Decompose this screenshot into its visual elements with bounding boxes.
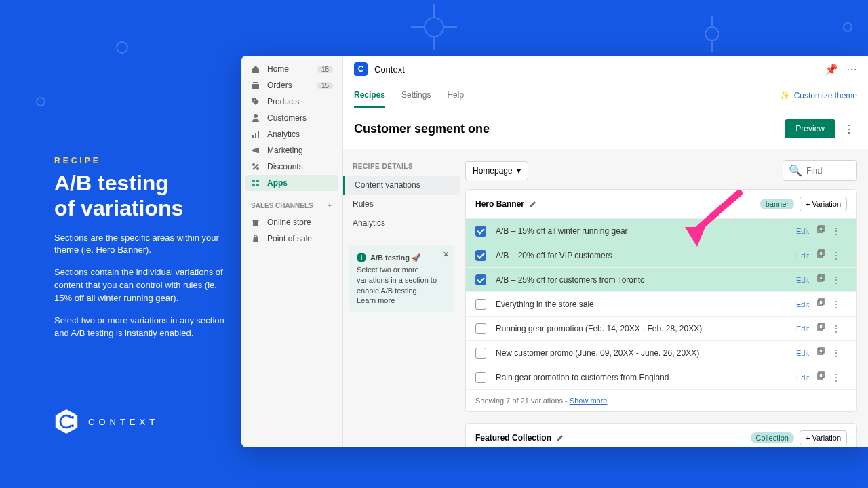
row-more-icon[interactable]: ⋮	[832, 373, 840, 382]
subnav-analytics[interactable]: Analytics	[343, 214, 460, 232]
section-footer: Showing 7 of 21 variations - Show more	[466, 390, 856, 411]
context-app-icon: C	[354, 62, 368, 76]
subnav-rules[interactable]: Rules	[343, 195, 460, 214]
variation-checkbox[interactable]	[475, 348, 486, 359]
copy-icon[interactable]	[816, 298, 825, 310]
nav-item-customers[interactable]: Customers	[241, 110, 342, 126]
content: Homepage ▾ 🔍 Hero Bannerbanner+ Variatio…	[465, 149, 868, 447]
svg-rect-13	[258, 131, 259, 138]
edit-link[interactable]: Edit	[796, 276, 809, 284]
edit-link[interactable]: Edit	[796, 349, 809, 357]
tab-recipes[interactable]: Recipes	[354, 83, 385, 108]
channel-online-store[interactable]: Online store	[241, 214, 342, 230]
edit-link[interactable]: Edit	[796, 251, 809, 260]
page-header: Customer segment one Preview ⋮	[343, 108, 868, 149]
sales-channels-heading: SALES CHANNELS ＋	[241, 191, 342, 214]
section-card: Featured CollectionCollection+ Variation…	[465, 423, 857, 447]
row-more-icon[interactable]: ⋮	[832, 226, 840, 236]
svg-rect-27	[818, 300, 823, 306]
edit-link[interactable]: Edit	[796, 227, 809, 235]
edit-link[interactable]: Edit	[796, 325, 809, 333]
row-more-icon[interactable]: ⋮	[832, 300, 840, 309]
nav-item-analytics[interactable]: Analytics	[241, 126, 342, 142]
svg-rect-26	[819, 274, 824, 280]
edit-link[interactable]: Edit	[796, 300, 809, 308]
hero-title: A/B testing of variations	[54, 171, 231, 221]
nav-item-orders[interactable]: Orders15	[241, 77, 342, 94]
nav-item-marketing[interactable]: Marketing	[241, 142, 342, 159]
copy-icon[interactable]	[816, 274, 825, 285]
row-more-icon[interactable]: ⋮	[832, 348, 840, 358]
nav-badge: 15	[317, 82, 333, 89]
svg-point-3	[844, 23, 852, 31]
page-title: Customer segment one	[354, 122, 490, 136]
subnav-content-variations[interactable]: Content variations	[343, 176, 460, 195]
variation-row: Rain gear promotion to customers from En…	[466, 365, 856, 390]
channel-point-of-sale[interactable]: Point of sale	[241, 230, 342, 247]
preview-button[interactable]: Preview	[785, 119, 835, 138]
svg-rect-31	[818, 349, 823, 354]
search-box[interactable]: 🔍	[783, 160, 857, 181]
add-variation-button[interactable]: + Variation	[800, 430, 847, 445]
tab-help[interactable]: Help	[447, 83, 464, 108]
grid-icon	[251, 178, 260, 188]
copy-icon[interactable]	[816, 225, 825, 237]
svg-point-8	[71, 424, 74, 427]
pencil-icon[interactable]	[555, 432, 565, 444]
add-channel-icon[interactable]: ＋	[326, 201, 333, 210]
copy-icon[interactable]	[816, 323, 825, 334]
variation-checkbox[interactable]	[475, 323, 486, 334]
nav-item-apps[interactable]: Apps	[245, 175, 338, 191]
nav-item-products[interactable]: Products	[241, 94, 342, 110]
chevron-down-icon: ▾	[517, 166, 521, 176]
section-header: Hero Bannerbanner+ Variation	[466, 190, 856, 219]
customize-theme-link[interactable]: ✨ Customize theme	[780, 91, 857, 100]
row-more-icon[interactable]: ⋮	[832, 251, 840, 260]
svg-rect-21	[818, 227, 823, 232]
show-more-link[interactable]: Show more	[570, 396, 608, 405]
pin-icon[interactable]: 📌	[825, 63, 838, 76]
store-icon	[251, 218, 260, 227]
svg-rect-11	[252, 135, 254, 138]
svg-rect-12	[255, 133, 256, 138]
svg-point-5	[37, 98, 45, 106]
bars-icon	[251, 129, 260, 139]
context-logo-icon	[54, 408, 79, 435]
svg-rect-14	[258, 148, 259, 153]
search-icon: 🔍	[789, 164, 802, 177]
section-select[interactable]: Homepage ▾	[465, 161, 528, 180]
row-more-icon[interactable]: ⋮	[832, 324, 840, 333]
variation-checkbox[interactable]	[475, 274, 486, 285]
svg-point-9	[254, 100, 255, 101]
infobox-learn-more-link[interactable]: Learn more	[357, 296, 395, 304]
infobox-close-icon[interactable]: ✕	[443, 250, 449, 259]
topbar: C Context 📌 ⋯	[343, 56, 868, 83]
tab-settings[interactable]: Settings	[401, 83, 431, 108]
content-toolbar: Homepage ▾ 🔍	[465, 160, 857, 181]
ab-testing-infobox: ✕ i A/B testing 🚀 Select two or more var…	[349, 245, 454, 312]
variation-checkbox[interactable]	[475, 372, 486, 383]
variation-checkbox[interactable]	[475, 226, 486, 237]
add-variation-button[interactable]: + Variation	[800, 197, 847, 211]
variation-checkbox[interactable]	[475, 250, 486, 261]
hero-copy: RECIPE A/B testing of variations Section…	[54, 156, 231, 350]
variation-label: A/B – 20% off for VIP customers	[496, 251, 796, 260]
svg-point-7	[71, 416, 74, 419]
edit-link[interactable]: Edit	[796, 373, 809, 382]
search-input[interactable]	[806, 166, 851, 176]
page-more-icon[interactable]: ⋮	[841, 120, 857, 138]
row-more-icon[interactable]: ⋮	[832, 275, 840, 285]
copy-icon[interactable]	[816, 347, 825, 359]
more-icon[interactable]: ⋯	[846, 63, 857, 76]
nav-badge: 15	[317, 66, 333, 73]
svg-point-10	[254, 114, 258, 118]
copy-icon[interactable]	[816, 371, 825, 383]
nav-item-discounts[interactable]: Discounts	[241, 159, 342, 175]
variation-row: Running gear promotion (Feb. 14, 20XX - …	[466, 317, 856, 341]
copy-icon[interactable]	[816, 249, 825, 261]
infobox-body: Select two or more variations in a secti…	[357, 265, 446, 296]
variation-row: A/B – 15% off all winter running gearEdi…	[466, 219, 856, 243]
nav-item-home[interactable]: Home15	[241, 61, 342, 77]
pencil-icon[interactable]	[528, 199, 538, 210]
variation-checkbox[interactable]	[475, 299, 486, 310]
